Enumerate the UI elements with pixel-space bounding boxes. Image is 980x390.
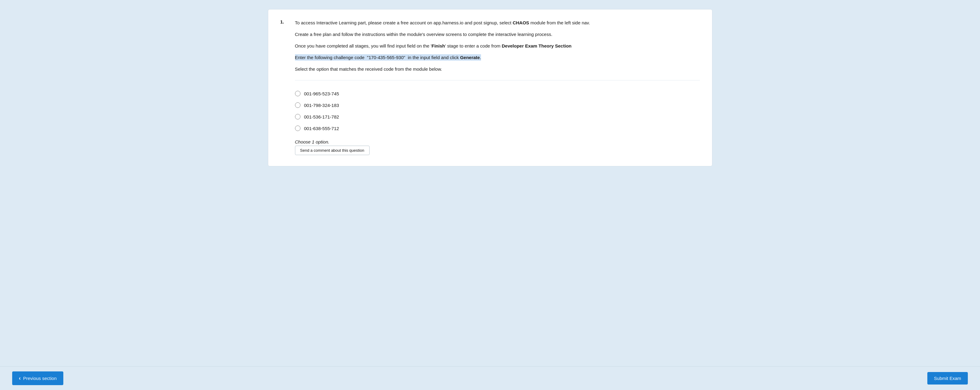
para1-text: To access Interactive Learning part, ple… (295, 20, 513, 25)
option-item-3[interactable]: 001-536-171-782 (295, 111, 700, 123)
options-list: 001-965-523-745 001-798-324-183 001-536-… (295, 88, 700, 134)
para1-end: module from the left side nav. (529, 20, 590, 25)
option-label-1[interactable]: 001-965-523-745 (304, 91, 339, 96)
para3-start: Once you have completed all stages, you … (295, 43, 432, 48)
paragraph-3: Once you have completed all stages, you … (295, 42, 700, 50)
question-body: 1. To access Interactive Learning part, … (280, 19, 700, 155)
prev-button-label: Previous section (23, 376, 57, 381)
choose-hint: Choose 1 option. (295, 138, 700, 145)
para4-generate: Generate (460, 55, 480, 60)
paragraph-4: Enter the following challenge code "170-… (295, 54, 700, 61)
option-label-4[interactable]: 001-638-555-712 (304, 126, 339, 131)
radio-opt4[interactable] (295, 126, 301, 131)
para3-bold: Developer Exam Theory Section (502, 43, 571, 48)
divider (295, 80, 700, 80)
para3-middle: ' stage to enter a code from (445, 43, 502, 48)
main-content: 1. To access Interactive Learning part, … (0, 0, 980, 366)
bottom-nav: Previous section Submit Exam (0, 366, 980, 390)
radio-opt3[interactable] (295, 114, 301, 120)
paragraph-5: Select the option that matches the recei… (295, 66, 700, 73)
para1-chaos: CHAOS (513, 20, 529, 25)
paragraph-2: Create a free plan and follow the instru… (295, 31, 700, 38)
chevron-left-icon (19, 375, 21, 382)
submit-exam-button[interactable]: Submit Exam (928, 372, 968, 385)
radio-opt1[interactable] (295, 91, 301, 96)
para3-finish: Finish (431, 43, 445, 48)
option-item-2[interactable]: 001-798-324-183 (295, 99, 700, 111)
option-item-1[interactable]: 001-965-523-745 (295, 88, 700, 99)
para4-highlight: Enter the following challenge code "170-… (295, 54, 481, 61)
option-item-4[interactable]: 001-638-555-712 (295, 123, 700, 134)
prev-section-button[interactable]: Previous section (12, 371, 63, 385)
question-number: 1. (280, 19, 289, 155)
paragraph-1: To access Interactive Learning part, ple… (295, 19, 700, 27)
question-card: 1. To access Interactive Learning part, … (268, 9, 713, 166)
comment-button[interactable]: Send a comment about this question (295, 145, 370, 155)
option-label-2[interactable]: 001-798-324-183 (304, 103, 339, 108)
question-text-block: To access Interactive Learning part, ple… (295, 19, 700, 155)
radio-opt2[interactable] (295, 102, 301, 108)
option-label-3[interactable]: 001-536-171-782 (304, 114, 339, 120)
